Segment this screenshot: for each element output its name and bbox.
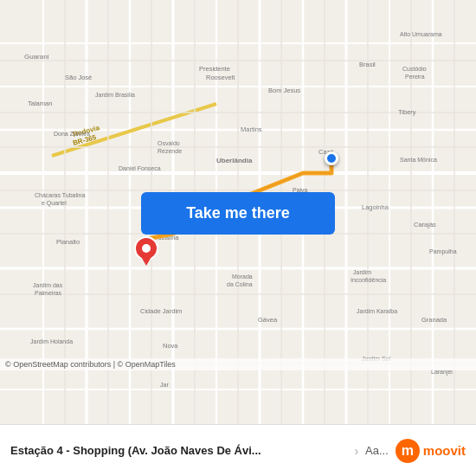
svg-marker-85 bbox=[140, 255, 152, 266]
svg-text:Morada: Morada bbox=[232, 273, 253, 280]
svg-text:Roosevelt: Roosevelt bbox=[206, 74, 235, 81]
svg-text:Brasil: Brasil bbox=[359, 61, 376, 68]
station-name: Estação 4 - Shopping (Av. João Naves De … bbox=[10, 444, 347, 457]
moovit-name: moovit bbox=[423, 443, 466, 458]
svg-text:Nova: Nova bbox=[163, 342, 178, 350]
svg-text:Palmeiras: Palmeiras bbox=[35, 290, 62, 296]
moovit-logo: m moovit bbox=[396, 439, 466, 463]
station-info: Estação 4 - Shopping (Av. João Naves De … bbox=[10, 444, 347, 457]
moovit-icon-text: m bbox=[402, 443, 414, 459]
svg-text:Custódio: Custódio bbox=[402, 66, 427, 72]
map-container: Rodovia BR-365 Guarani São José Jardim B… bbox=[0, 0, 476, 424]
moovit-icon: m bbox=[396, 439, 420, 463]
svg-text:Gávea: Gávea bbox=[258, 316, 278, 324]
svg-text:Jardim Brasilia: Jardim Brasilia bbox=[95, 92, 135, 98]
svg-text:Jardim Holanda: Jardim Holanda bbox=[30, 338, 73, 344]
svg-text:Granada: Granada bbox=[421, 316, 447, 324]
svg-text:Presidente: Presidente bbox=[199, 65, 230, 73]
svg-text:Chácaras Tubalina: Chácaras Tubalina bbox=[35, 192, 85, 198]
svg-text:Alto Umuarama: Alto Umuarama bbox=[400, 31, 442, 37]
origin-marker bbox=[325, 151, 338, 165]
take-me-there-button[interactable]: Take me there bbox=[141, 192, 335, 235]
svg-text:Martins: Martins bbox=[241, 125, 262, 133]
svg-text:Cidade Jardim: Cidade Jardim bbox=[140, 307, 182, 315]
bottom-bar: Estação 4 - Shopping (Av. João Naves De … bbox=[0, 424, 476, 476]
map-attribution: © OpenStreetMap contributors | © OpenMap… bbox=[0, 358, 476, 370]
svg-text:Dona Zulmira: Dona Zulmira bbox=[54, 131, 90, 137]
destination-short: Aa... bbox=[365, 444, 389, 457]
svg-text:Osvaldo: Osvaldo bbox=[158, 140, 180, 146]
svg-text:Jardim das: Jardim das bbox=[33, 282, 63, 288]
arrow-separator: › bbox=[354, 444, 358, 458]
svg-text:da Colina: da Colina bbox=[227, 281, 253, 287]
svg-text:São José: São José bbox=[65, 74, 92, 81]
svg-text:Rezende: Rezende bbox=[158, 148, 182, 154]
svg-text:Carajás: Carajás bbox=[414, 221, 436, 228]
svg-text:Jardim Karalba: Jardim Karalba bbox=[357, 308, 397, 314]
svg-text:Uberlândia: Uberlândia bbox=[216, 157, 253, 164]
svg-text:Planalto: Planalto bbox=[56, 238, 80, 246]
svg-point-84 bbox=[142, 244, 151, 253]
svg-text:Inconfidência: Inconfidência bbox=[351, 277, 386, 283]
svg-text:Bom Jesus: Bom Jesus bbox=[268, 87, 300, 94]
svg-text:Pereira: Pereira bbox=[405, 74, 425, 80]
svg-text:e Quartel: e Quartel bbox=[42, 200, 67, 207]
svg-text:Pampulha: Pampulha bbox=[429, 248, 457, 255]
svg-text:Daniel Fonseca: Daniel Fonseca bbox=[119, 165, 161, 171]
svg-text:Lagoinha: Lagoinha bbox=[362, 203, 389, 211]
svg-text:Jar: Jar bbox=[160, 382, 169, 388]
svg-text:Tibery: Tibery bbox=[398, 108, 416, 116]
attribution-text: © OpenStreetMap contributors | © OpenMap… bbox=[5, 360, 176, 369]
svg-text:Talaman: Talaman bbox=[28, 100, 52, 107]
destination-pin bbox=[134, 236, 158, 267]
svg-text:Guarani: Guarani bbox=[24, 53, 49, 61]
svg-text:Santa Mônica: Santa Mônica bbox=[400, 157, 437, 163]
svg-text:Jardim: Jardim bbox=[353, 269, 371, 275]
